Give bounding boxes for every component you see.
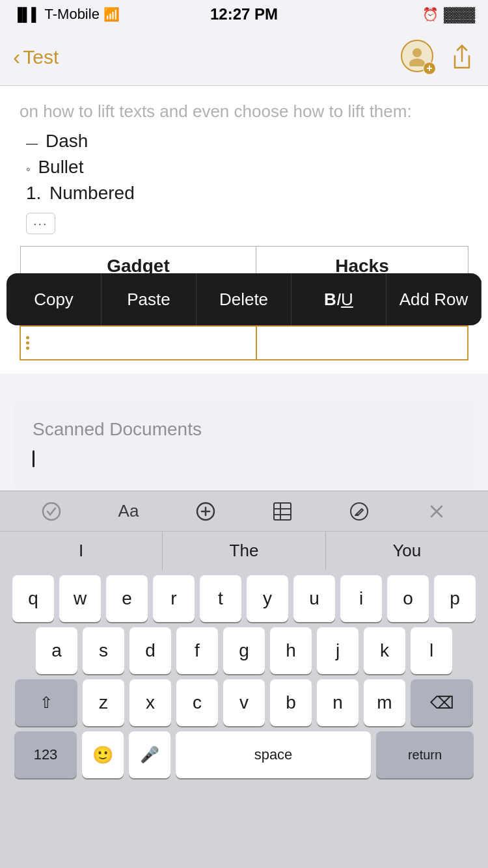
toolbar-font-button[interactable]: Aa bbox=[111, 495, 145, 528]
keyboard-row-2: a s d f g h j k l bbox=[4, 627, 484, 674]
context-menu-biu[interactable]: BIU bbox=[291, 273, 386, 325]
key-a[interactable]: a bbox=[36, 627, 77, 674]
table-row-selected[interactable] bbox=[20, 326, 468, 360]
keyboard-row-1: q w e r t y u i o p bbox=[4, 575, 484, 622]
attachment-title: Scanned Documents bbox=[33, 419, 455, 440]
key-mic[interactable]: 🎤 bbox=[129, 731, 170, 778]
faded-note-text: on how to lift texts and even choose how… bbox=[20, 99, 468, 124]
key-u[interactable]: u bbox=[293, 575, 335, 622]
key-j[interactable]: j bbox=[317, 627, 359, 674]
context-menu-delete[interactable]: Delete bbox=[197, 273, 291, 325]
key-v[interactable]: v bbox=[223, 679, 265, 726]
nav-back-label: Test bbox=[23, 46, 59, 68]
list-item-bullet: ◦ Bullet bbox=[26, 157, 468, 178]
attachment-popup: Scanned Documents bbox=[13, 400, 475, 491]
back-button[interactable]: ‹ Test bbox=[13, 44, 59, 70]
toolbar-add-button[interactable] bbox=[189, 495, 223, 528]
key-i[interactable]: i bbox=[340, 575, 382, 622]
predictive-item-i[interactable]: I bbox=[0, 532, 163, 570]
alarm-icon: ⏰ bbox=[422, 7, 439, 22]
battery-icon: ▓▓▓ bbox=[444, 6, 475, 23]
keyboard-row-4: 123 🙂 🎤 space return bbox=[4, 731, 484, 778]
svg-point-1 bbox=[409, 59, 425, 66]
toolbar-close-button[interactable] bbox=[420, 495, 454, 528]
key-o[interactable]: o bbox=[387, 575, 429, 622]
signal-bars: ▐▌▌ bbox=[13, 7, 41, 22]
wifi-icon: 📶 bbox=[103, 7, 120, 22]
key-s[interactable]: s bbox=[83, 627, 124, 674]
key-d[interactable]: d bbox=[129, 627, 171, 674]
key-numbers[interactable]: 123 bbox=[14, 731, 77, 778]
key-g[interactable]: g bbox=[223, 627, 265, 674]
nav-bar: ‹ Test + bbox=[0, 29, 488, 86]
predictive-bar: I The You bbox=[0, 531, 488, 570]
key-e[interactable]: e bbox=[106, 575, 148, 622]
key-w[interactable]: w bbox=[59, 575, 101, 622]
svg-rect-4 bbox=[274, 503, 291, 520]
share-button[interactable] bbox=[449, 43, 475, 72]
key-n[interactable]: n bbox=[317, 679, 359, 726]
list-item-numbered: 1. Numbered bbox=[26, 183, 468, 204]
key-p[interactable]: p bbox=[434, 575, 476, 622]
key-return[interactable]: return bbox=[376, 731, 474, 778]
key-x[interactable]: x bbox=[129, 679, 171, 726]
list-item-dash-text: Dash bbox=[46, 131, 88, 152]
plus-badge: + bbox=[423, 62, 436, 75]
keyboard-row-3: ⇧ z x c v b n m ⌫ bbox=[4, 679, 484, 726]
carrier-signal: ▐▌▌ T-Mobile 📶 bbox=[13, 6, 120, 23]
list-item-numbered-text: Numbered bbox=[49, 183, 135, 204]
nav-right-buttons: + bbox=[401, 40, 475, 75]
carrier-name: T-Mobile bbox=[45, 6, 100, 23]
key-t[interactable]: t bbox=[200, 575, 241, 622]
key-h[interactable]: h bbox=[270, 627, 312, 674]
back-chevron-icon: ‹ bbox=[13, 44, 20, 70]
context-menu-copy[interactable]: Copy bbox=[7, 273, 102, 325]
key-f[interactable]: f bbox=[176, 627, 218, 674]
key-shift[interactable]: ⇧ bbox=[15, 679, 77, 726]
predictive-item-the[interactable]: The bbox=[163, 532, 325, 570]
more-button[interactable]: ··· bbox=[26, 213, 55, 234]
svg-point-2 bbox=[43, 503, 60, 520]
toolbar-check-button[interactable] bbox=[34, 495, 68, 528]
key-q[interactable]: q bbox=[12, 575, 54, 622]
key-z[interactable]: z bbox=[83, 679, 124, 726]
list-item-dash: — Dash bbox=[26, 131, 468, 152]
svg-point-0 bbox=[413, 48, 422, 57]
font-label: Aa bbox=[118, 501, 139, 521]
keyboard: q w e r t y u i o p a s d f g h j k l ⇧ … bbox=[0, 570, 488, 868]
key-emoji[interactable]: 🙂 bbox=[82, 731, 124, 778]
context-menu-paste[interactable]: Paste bbox=[102, 273, 197, 325]
context-menu: Copy Paste Delete BIU Add Row bbox=[7, 273, 481, 325]
attachment-cursor bbox=[33, 450, 34, 467]
status-right: ⏰ ▓▓▓ bbox=[422, 6, 475, 23]
key-y[interactable]: y bbox=[247, 575, 288, 622]
formatting-toolbar: Aa bbox=[0, 491, 488, 531]
toolbar-table-button[interactable] bbox=[265, 495, 299, 528]
key-m[interactable]: m bbox=[364, 679, 405, 726]
list-number-label: 1. bbox=[26, 183, 42, 204]
note-content: on how to lift texts and even choose how… bbox=[0, 86, 488, 373]
key-c[interactable]: c bbox=[176, 679, 218, 726]
key-l[interactable]: l bbox=[411, 627, 452, 674]
table-cell-selected-left[interactable] bbox=[20, 326, 256, 360]
toolbar-pen-button[interactable] bbox=[342, 495, 376, 528]
key-k[interactable]: k bbox=[364, 627, 405, 674]
table-cell-selected-right[interactable] bbox=[256, 326, 468, 360]
dash-icon: — bbox=[26, 137, 38, 150]
predictive-item-you[interactable]: You bbox=[326, 532, 488, 570]
add-person-button[interactable]: + bbox=[401, 40, 436, 75]
bullet-icon: ◦ bbox=[26, 163, 30, 176]
context-menu-add-row[interactable]: Add Row bbox=[386, 273, 481, 325]
list-items: — Dash ◦ Bullet 1. Numbered bbox=[26, 131, 468, 204]
status-time: 12:27 PM bbox=[210, 5, 278, 23]
row-handle bbox=[26, 336, 29, 350]
key-backspace[interactable]: ⌫ bbox=[411, 679, 473, 726]
key-b[interactable]: b bbox=[270, 679, 312, 726]
list-item-bullet-text: Bullet bbox=[38, 157, 83, 178]
key-r[interactable]: r bbox=[153, 575, 195, 622]
key-space[interactable]: space bbox=[176, 731, 371, 778]
status-bar: ▐▌▌ T-Mobile 📶 12:27 PM ⏰ ▓▓▓ bbox=[0, 0, 488, 29]
